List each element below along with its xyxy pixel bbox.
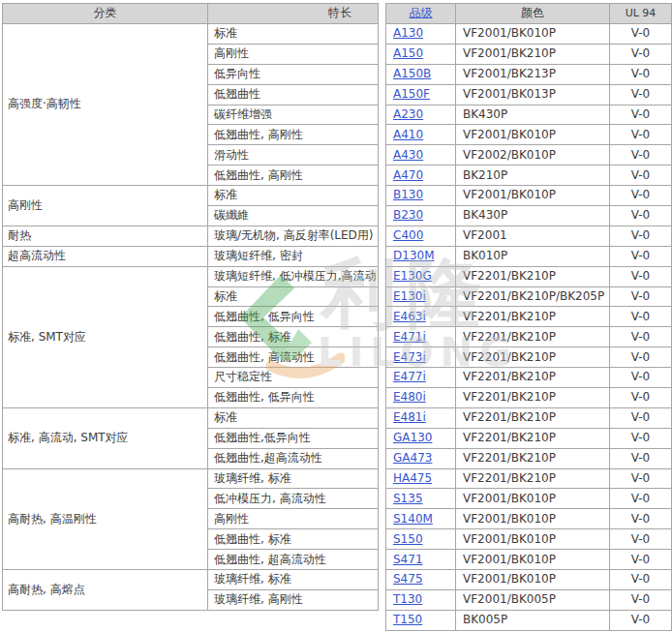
grade-link[interactable]: E130G	[393, 269, 432, 283]
grade-link[interactable]: E477i	[393, 370, 426, 383]
grade-link[interactable]: T130	[393, 592, 422, 606]
ul-rating-cell: V-0	[610, 246, 672, 266]
feature-cell: 低冲模压力, 高流动性	[208, 489, 379, 509]
grade-link[interactable]: HA475	[393, 471, 432, 485]
feature-cell: 玻璃短纤维, 低冲模压力,高流动	[208, 266, 379, 286]
grade-link[interactable]: S150	[393, 532, 423, 546]
grade-link[interactable]: S140M	[393, 512, 433, 526]
table-row: S150VF2001/BK010PV-0	[386, 529, 672, 550]
grade-link[interactable]: B230	[393, 208, 423, 222]
col-header-grade: 品级	[386, 4, 456, 24]
grade-link[interactable]: D130M	[393, 249, 435, 262]
grade-cell: D130M	[386, 246, 456, 266]
table-row: E473iVF2201/BK210PV-0	[386, 347, 672, 368]
grade-link[interactable]: E471i	[393, 330, 426, 344]
ul-rating-cell: V-0	[610, 206, 672, 226]
grade-link[interactable]: A150	[393, 46, 423, 60]
color-cell: VF2201/BK210P	[456, 407, 610, 428]
grade-link[interactable]: E130i	[393, 289, 426, 303]
grade-link[interactable]: A430	[393, 148, 423, 162]
grade-link[interactable]: S471	[393, 553, 423, 566]
grade-link[interactable]: E463i	[393, 310, 426, 323]
table-row: B230BK430PV-0	[386, 206, 672, 226]
grade-link[interactable]: GA130	[393, 431, 432, 444]
color-cell: VF2001/BK005P	[456, 589, 610, 610]
feature-cell: 低翘曲性, 高刚性	[208, 125, 379, 145]
color-cell: BK210P	[456, 166, 610, 186]
table-row: A130VF2001/BK010PV-0	[386, 24, 672, 45]
color-cell: BK005P	[456, 610, 610, 630]
color-cell: VF2001/BK010P	[456, 489, 610, 509]
grade-link[interactable]: GA473	[393, 451, 432, 465]
grade-link[interactable]: A150F	[393, 87, 430, 101]
grade-cell: T130	[386, 589, 456, 610]
col-header-feature: 特长	[208, 4, 379, 24]
ul-rating-cell: V-0	[610, 570, 672, 590]
left-table-body: 高强度·高韧性标准高刚性低异向性低翘曲性碳纤维增强低翘曲性, 高刚性滑动性低翘曲…	[3, 24, 379, 611]
feature-cell: 标准	[208, 186, 379, 206]
table-row: S135VF2001/BK010PV-0	[386, 489, 672, 509]
ul-rating-cell: V-0	[610, 529, 672, 550]
ul-rating-cell: V-0	[610, 226, 672, 246]
category-cell: 超高流动性	[3, 246, 208, 266]
grade-cell: S471	[386, 550, 456, 570]
grade-column-link[interactable]: 品级	[410, 6, 433, 19]
grade-cell: B130	[386, 186, 456, 206]
table-row: T130VF2001/BK005PV-0	[386, 589, 672, 610]
grade-link[interactable]: T150	[393, 613, 422, 626]
grade-link[interactable]: B130	[393, 188, 423, 201]
grade-link[interactable]: C400	[393, 228, 423, 242]
grade-link[interactable]: A470	[393, 168, 423, 182]
category-cell: 高刚性	[3, 186, 208, 226]
ul-rating-cell: V-0	[610, 186, 672, 206]
table-row: B130VF2001/BK010PV-0	[386, 186, 672, 206]
grade-cell: T150	[386, 610, 456, 630]
feature-cell: 高刚性	[208, 509, 379, 529]
grade-cell: E471i	[386, 327, 456, 347]
grade-cell: E480i	[386, 388, 456, 408]
table-row: A150VF2001/BK210PV-0	[386, 44, 672, 64]
ul-rating-cell: V-0	[610, 44, 672, 64]
ul-rating-cell: V-0	[610, 64, 672, 84]
grade-link[interactable]: S475	[393, 572, 423, 586]
grade-cell: A470	[386, 166, 456, 186]
ul-rating-cell: V-0	[610, 448, 672, 468]
grade-link[interactable]: S135	[393, 492, 423, 505]
ul-rating-cell: V-0	[610, 145, 672, 166]
ul-rating-cell: V-0	[610, 84, 672, 105]
grade-cell: A130	[386, 24, 456, 45]
category-cell: 耐热	[3, 226, 208, 246]
feature-cell: 标准	[208, 407, 379, 428]
color-cell: VF2001/BK010P	[456, 570, 610, 590]
feature-cell: 尺寸稳定性	[208, 368, 379, 388]
ul-rating-cell: V-0	[610, 610, 672, 630]
grade-cell: E130i	[386, 286, 456, 307]
feature-cell: 低翘曲性, 高刚性	[208, 166, 379, 186]
grade-link[interactable]: E481i	[393, 410, 426, 424]
grade-cell: GA130	[386, 428, 456, 448]
grade-cell: E463i	[386, 307, 456, 327]
table-row: S140MVF2001/BK010PV-0	[386, 509, 672, 529]
table-row: T150BK005PV-0	[386, 610, 672, 630]
grade-link[interactable]: E473i	[393, 350, 426, 364]
grade-link[interactable]: A150B	[393, 67, 431, 80]
grade-link[interactable]: A230	[393, 107, 423, 121]
ul-rating-cell: V-0	[610, 468, 672, 489]
color-cell: VF2201/BK210P	[456, 347, 610, 368]
grade-cell: E477i	[386, 368, 456, 388]
color-cell: VF2201/BK210P	[456, 307, 610, 327]
grade-color-ul-table: 品级 颜色 UL 94 A130VF2001/BK010PV-0A150VF20…	[385, 3, 672, 631]
grade-cell: E473i	[386, 347, 456, 368]
table-row: D130MBK010PV-0	[386, 246, 672, 266]
table-row: S475VF2001/BK010PV-0	[386, 570, 672, 590]
grade-link[interactable]: A130	[393, 26, 423, 40]
table-row: E130iVF2201/BK210P/BK205PV-0	[386, 286, 672, 307]
feature-cell: 低翘曲性, 低异向性	[208, 307, 379, 327]
grade-cell: A150B	[386, 64, 456, 84]
feature-cell: 高刚性	[208, 44, 379, 64]
table-row: 高强度·高韧性标准	[3, 24, 379, 45]
grade-link[interactable]: A410	[393, 128, 423, 141]
ul-rating-cell: V-0	[610, 327, 672, 347]
table-row: 超高流动性玻璃短纤维, 密封	[3, 246, 379, 266]
grade-link[interactable]: E480i	[393, 390, 426, 404]
